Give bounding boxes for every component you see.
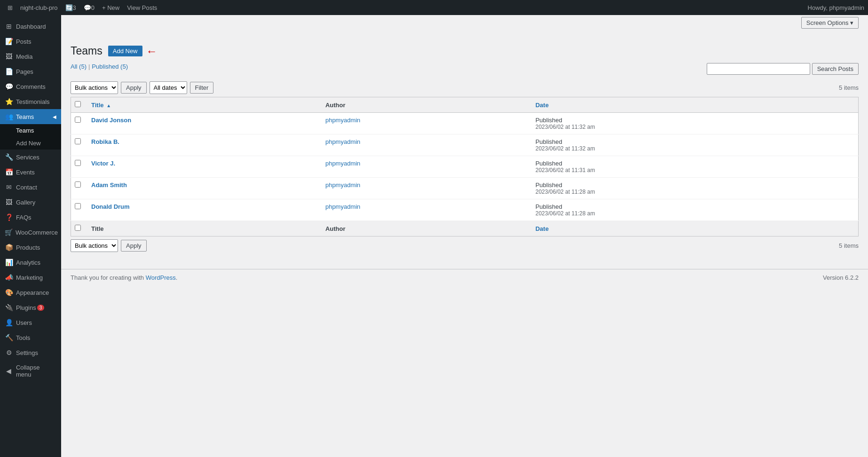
author-link[interactable]: phpmyadmin bbox=[325, 117, 360, 124]
row-checkbox[interactable] bbox=[75, 117, 81, 123]
filter-button[interactable]: Filter bbox=[190, 82, 214, 94]
sidebar-item-marketing[interactable]: 📣 Marketing bbox=[0, 270, 61, 285]
title-column-header[interactable]: Title ▲ bbox=[87, 97, 321, 113]
wrap: Teams Add New ← Search Posts All (5) bbox=[71, 40, 859, 260]
row-checkbox[interactable] bbox=[75, 160, 81, 166]
author-link[interactable]: phpmyadmin bbox=[325, 203, 360, 210]
sidebar-item-tools[interactable]: 🔨 Tools bbox=[0, 330, 61, 345]
author-link[interactable]: phpmyadmin bbox=[325, 181, 360, 189]
table-row: Adam Smith phpmyadmin Published 2023/06/… bbox=[71, 178, 859, 199]
sidebar-item-analytics[interactable]: 📊 Analytics bbox=[0, 255, 61, 270]
select-all-checkbox[interactable] bbox=[75, 101, 81, 107]
row-checkbox[interactable] bbox=[75, 203, 81, 209]
date-cell: Published 2023/06/02 at 11:31 am bbox=[531, 156, 859, 178]
submenu-item-add-new[interactable]: Add New bbox=[0, 137, 61, 150]
date-footer-link[interactable]: Date bbox=[536, 225, 549, 232]
search-input[interactable] bbox=[707, 63, 810, 75]
sidebar-item-teams[interactable]: 👥 Teams ◀ bbox=[0, 109, 61, 124]
sidebar-item-settings[interactable]: ⚙ Settings bbox=[0, 345, 61, 360]
plugins-icon: 🔌 bbox=[5, 304, 13, 311]
table-row: Robika B. phpmyadmin Published 2023/06/0… bbox=[71, 134, 859, 156]
bulk-actions-select-top[interactable]: Bulk actions bbox=[71, 81, 118, 94]
apply-button-bottom[interactable]: Apply bbox=[121, 240, 147, 252]
post-title-cell: Robika B. bbox=[87, 134, 321, 156]
sidebar-item-events[interactable]: 📅 Events bbox=[0, 165, 61, 180]
search-posts-button[interactable]: Search Posts bbox=[812, 63, 859, 75]
all-filter-label: All bbox=[71, 63, 77, 70]
gallery-icon: 🖼 bbox=[5, 198, 13, 206]
sidebar-item-media[interactable]: 🖼 Media bbox=[0, 49, 61, 64]
table-row: David Jonson phpmyadmin Published 2023/0… bbox=[71, 113, 859, 134]
sidebar-item-label: Events bbox=[16, 169, 35, 176]
sidebar-item-gallery[interactable]: 🖼 Gallery bbox=[0, 195, 61, 210]
thank-you-text: Thank you for creating with bbox=[71, 274, 146, 281]
site-name-link[interactable]: night-club-pro bbox=[16, 0, 62, 15]
post-title-link[interactable]: Robika B. bbox=[91, 138, 119, 145]
sidebar-item-comments[interactable]: 💬 Comments bbox=[0, 79, 61, 94]
sidebar-item-users[interactable]: 👤 Users bbox=[0, 315, 61, 330]
sidebar-item-collapse[interactable]: ◀ Collapse menu bbox=[0, 360, 61, 382]
sidebar-item-pages[interactable]: 📄 Pages bbox=[0, 64, 61, 79]
sidebar-item-posts[interactable]: 📝 Posts bbox=[0, 34, 61, 49]
items-count-bottom: 5 items bbox=[839, 242, 859, 249]
title-sort-link[interactable]: Title ▲ bbox=[91, 102, 111, 109]
date-footer-label[interactable]: Date bbox=[531, 221, 859, 236]
view-posts-link[interactable]: View Posts bbox=[123, 0, 161, 15]
faqs-icon: ❓ bbox=[5, 213, 13, 221]
sidebar-item-dashboard[interactable]: ⊞ Dashboard bbox=[0, 19, 61, 34]
screen-options-button[interactable]: Screen Options ▾ bbox=[801, 17, 859, 29]
new-content-link[interactable]: + New bbox=[98, 0, 123, 15]
updates-link[interactable]: 🔄 3 bbox=[62, 0, 80, 15]
sidebar-item-appearance[interactable]: 🎨 Appearance bbox=[0, 285, 61, 300]
comments-link[interactable]: 💬 0 bbox=[80, 0, 98, 15]
apply-button-top[interactable]: Apply bbox=[121, 82, 147, 94]
sidebar-item-services[interactable]: 🔧 Services bbox=[0, 150, 61, 165]
users-icon: 👤 bbox=[5, 319, 13, 326]
submenu-item-teams[interactable]: Teams bbox=[0, 124, 61, 137]
author-link[interactable]: phpmyadmin bbox=[325, 138, 360, 145]
post-title-link[interactable]: David Jonson bbox=[91, 117, 131, 124]
table-head: Title ▲ Author Date bbox=[71, 97, 859, 113]
howdy-label: Howdy, phpmyadmin bbox=[808, 4, 864, 11]
post-title-link[interactable]: Donald Drum bbox=[91, 203, 130, 210]
author-link[interactable]: phpmyadmin bbox=[325, 160, 360, 167]
wordpress-link[interactable]: WordPress bbox=[146, 274, 176, 281]
published-filter-link[interactable]: Published (5) bbox=[92, 63, 128, 70]
post-status: Published bbox=[536, 117, 853, 124]
row-checkbox-cell bbox=[71, 134, 87, 156]
bulk-actions-select-bottom[interactable]: Bulk actions bbox=[71, 239, 118, 252]
testimonials-icon: ⭐ bbox=[5, 98, 13, 105]
sidebar-item-testimonials[interactable]: ⭐ Testimonials bbox=[0, 94, 61, 109]
sidebar-item-faqs[interactable]: ❓ FAQs bbox=[0, 210, 61, 225]
date-sort-link[interactable]: Date bbox=[536, 102, 549, 109]
posts-icon: 📝 bbox=[5, 38, 13, 45]
post-title-link[interactable]: Victor J. bbox=[91, 160, 115, 167]
post-date: 2023/06/02 at 11:28 am bbox=[536, 210, 853, 217]
wp-logo-icon: ⊞ bbox=[8, 4, 13, 11]
wp-logo-link[interactable]: ⊞ bbox=[4, 0, 16, 15]
row-checkbox-cell bbox=[71, 156, 87, 178]
sidebar-item-products[interactable]: 📦 Products bbox=[0, 240, 61, 255]
sidebar-item-contact[interactable]: ✉ Contact bbox=[0, 180, 61, 195]
date-column-header[interactable]: Date bbox=[531, 97, 859, 113]
row-checkbox[interactable] bbox=[75, 138, 81, 144]
analytics-icon: 📊 bbox=[5, 259, 13, 266]
page-title: Teams bbox=[71, 45, 103, 57]
sidebar-item-woocommerce[interactable]: 🛒 WooCommerce bbox=[0, 225, 61, 240]
all-dates-select[interactable]: All dates bbox=[150, 81, 187, 94]
sidebar-item-label: Products bbox=[16, 244, 40, 251]
post-status: Published bbox=[536, 138, 853, 145]
main-content: Screen Options ▾ Teams Add New ← Search … bbox=[61, 15, 868, 457]
subsubsub: All (5) | Published (5) bbox=[71, 63, 707, 70]
wp-wrap: ⊞ Dashboard 📝 Posts 🖼 Media 📄 Pages 💬 Co… bbox=[0, 15, 868, 457]
tablenav-bottom: Bulk actions Apply 5 items bbox=[71, 239, 859, 252]
all-filter-link[interactable]: All (5) bbox=[71, 63, 87, 70]
sidebar-item-label: Gallery bbox=[16, 199, 35, 206]
row-checkbox[interactable] bbox=[75, 181, 81, 188]
add-new-button[interactable]: Add New bbox=[108, 46, 142, 56]
post-title-link[interactable]: Adam Smith bbox=[91, 181, 127, 189]
posts-table: Title ▲ Author Date bbox=[71, 97, 859, 236]
sidebar-item-plugins[interactable]: 🔌 Plugins 3 bbox=[0, 300, 61, 315]
services-icon: 🔧 bbox=[5, 153, 13, 161]
select-all-checkbox-bottom[interactable] bbox=[75, 225, 81, 231]
